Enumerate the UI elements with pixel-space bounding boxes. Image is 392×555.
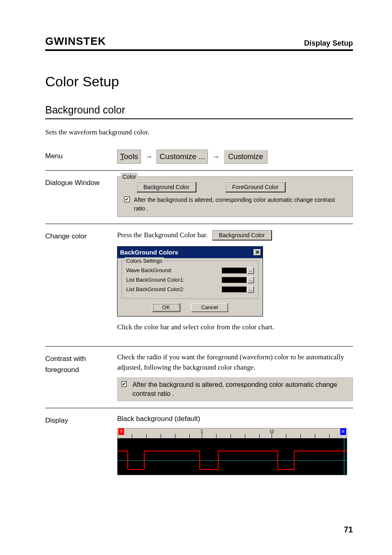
- wave-background-swatch[interactable]: [222, 268, 247, 273]
- color-picker-button[interactable]: ...: [247, 277, 254, 283]
- header-title: Display Setup: [304, 39, 353, 48]
- checkbox-label: After the background is altered, corresp…: [132, 380, 348, 398]
- page-title: Color Setup: [45, 74, 353, 90]
- color-picker-button[interactable]: ...: [247, 286, 254, 293]
- menu-chain: Tools → Customize ... → Customize: [117, 150, 353, 164]
- row-display: Display Black background (default) T 5 1…: [45, 408, 353, 482]
- menu-customize[interactable]: Customize ...: [157, 150, 208, 164]
- wave-background-label: Wave BackGround:: [126, 267, 172, 275]
- row-change-color: Change color Press the Background Color …: [45, 224, 353, 347]
- row-label: Contrast with foreground: [45, 352, 117, 375]
- after-dialog-text: Click the color bar and select color fro…: [117, 322, 353, 333]
- row-label: Menu: [45, 150, 117, 162]
- display-subtitle: Black background (default): [117, 414, 353, 424]
- list-bg1-swatch[interactable]: [222, 277, 247, 283]
- list-bg2-swatch[interactable]: [222, 287, 247, 292]
- intro-text: Sets the waveform background color.: [45, 128, 353, 136]
- menu-tools[interactable]: Tools: [117, 150, 141, 164]
- tab-customize[interactable]: Customize: [224, 150, 267, 164]
- row-menu: Menu Tools → Customize ... → Customize: [45, 144, 353, 171]
- groupbox-legend: Color: [121, 173, 138, 181]
- section-title: Background color: [45, 104, 353, 119]
- row-label: Change color: [45, 230, 117, 242]
- waveform-trace: [118, 428, 347, 475]
- background-colors-dialog: BackGround Colors ✕ Colors Settings Wave…: [117, 246, 263, 317]
- contrast-description: Check the radio if you want the foregrou…: [117, 352, 353, 372]
- close-icon[interactable]: ✕: [254, 249, 261, 256]
- page-header: GWINSTEK Display Setup: [45, 35, 353, 51]
- brand-logo: GWINSTEK: [45, 35, 106, 48]
- color-picker-button[interactable]: ...: [247, 267, 254, 274]
- auto-contrast-checkbox[interactable]: ✔: [124, 197, 130, 202]
- dialog-title: BackGround Colors: [120, 248, 178, 257]
- cancel-button[interactable]: Cancel: [191, 303, 228, 312]
- dialog-group-legend: Colors Settings: [125, 257, 164, 265]
- color-groupbox: Color Background Color ForeGround Color …: [117, 176, 353, 217]
- arrow-icon: →: [145, 151, 152, 162]
- press-text: Press the Background Color bar.: [117, 230, 208, 240]
- checkbox-label: After the background is altered, corresp…: [134, 196, 346, 213]
- ok-button[interactable]: OK: [152, 303, 180, 312]
- waveform-display: T 5 10 B: [117, 428, 347, 475]
- background-color-button[interactable]: Background Color: [136, 182, 196, 192]
- page-number: 71: [344, 525, 353, 534]
- row-label: Dialogue Window: [45, 176, 117, 188]
- list-bg1-label: List BackGround Color1:: [126, 276, 184, 284]
- row-label: Display: [45, 414, 117, 426]
- list-bg2-label: List BackGround Color2:: [126, 286, 184, 294]
- row-dialogue: Dialogue Window Color Background Color F…: [45, 171, 353, 224]
- foreground-color-button[interactable]: ForeGround Color: [225, 182, 286, 192]
- arrow-icon: →: [212, 151, 219, 162]
- row-contrast: Contrast with foreground Check the radio…: [45, 347, 353, 408]
- background-color-button[interactable]: Background Color: [212, 230, 272, 240]
- auto-contrast-checkbox[interactable]: ✔: [122, 381, 127, 387]
